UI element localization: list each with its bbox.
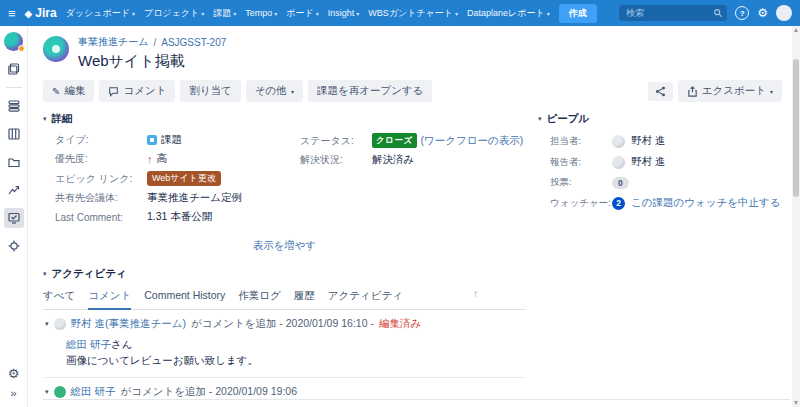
field-label: ステータス: <box>300 134 372 148</box>
share-icon <box>655 86 666 97</box>
field-label: タイプ: <box>55 133 147 147</box>
sidebar-bottom-group: ⚙ » <box>8 366 20 399</box>
export-button[interactable]: エクスポート ▾ <box>678 80 782 102</box>
issue-main: 事業推進チーム / ASJGSST-207 Webサイト掲載 ✎ 編集 コメント… <box>29 26 792 407</box>
nav-tempo[interactable]: Tempo▾ <box>245 8 277 18</box>
help-icon[interactable]: ? <box>735 6 749 20</box>
show-more-link[interactable]: 表示を増やす <box>253 239 317 251</box>
expand-sidebar-icon[interactable]: » <box>10 387 16 399</box>
tab-comments[interactable]: コメント <box>88 289 131 310</box>
comment-meta: がコメントを追加 - 2020/01/09 19:06 <box>120 385 297 399</box>
tab-comment-history[interactable]: Comment History <box>144 289 225 310</box>
reporter-avatar <box>612 156 625 169</box>
field-label: 解決状況: <box>300 153 372 167</box>
field-label: 報告者: <box>550 156 612 169</box>
nav-issues[interactable]: 課題▾ <box>213 7 236 20</box>
issue-left-column: ▾ 詳細 タイプ: 課題 優先度: ↑高 エピック リンク: Webサイト更改 <box>43 112 526 407</box>
watchers-badge[interactable]: 2 <box>612 197 625 210</box>
project-avatar[interactable] <box>4 32 23 51</box>
edit-button[interactable]: ✎ 編集 <box>43 80 94 102</box>
reopen-issue-button[interactable]: 課題を再オープンする <box>308 80 432 102</box>
comment-author-avatar <box>54 386 66 398</box>
scrollbar-down-arrow[interactable] <box>794 401 798 405</box>
sidebar-board-icon[interactable] <box>4 124 24 144</box>
vertical-scrollbar[interactable] <box>792 26 800 407</box>
tab-all[interactable]: すべて <box>43 289 75 310</box>
chevron-down-icon: ▾ <box>291 88 294 95</box>
activity-section: ▾ アクティビティ すべて コメント Comment History 作業ログ … <box>43 267 526 407</box>
votes-badge[interactable]: 0 <box>612 177 629 189</box>
scroll-to-top-icon[interactable]: ↑ <box>473 288 478 299</box>
details-grid: タイプ: 課題 優先度: ↑高 エピック リンク: Webサイト更改 共有先会議… <box>43 133 526 229</box>
comment-item: ▾ 総田 研子 がコメントを追加 - 2020/01/09 19:06 野村 進… <box>43 378 526 407</box>
sidebar-reports-icon[interactable] <box>4 180 24 200</box>
mention-link[interactable]: 総田 研子 <box>66 338 111 350</box>
tab-activity[interactable]: アクティビティ <box>328 289 403 310</box>
scrollbar-thumb[interactable] <box>793 59 799 197</box>
assign-button[interactable]: 割り当て <box>180 80 241 102</box>
show-more-row: 表示を増やす <box>43 239 526 253</box>
sidebar-issues-icon[interactable] <box>4 208 24 228</box>
issue-header: 事業推進チーム / ASJGSST-207 Webサイト掲載 <box>43 33 782 71</box>
comment-author-link[interactable]: 野村 進(事業推進チーム) <box>71 317 186 331</box>
view-workflow-link[interactable]: (ワークフローの表示) <box>421 134 524 148</box>
chevron-down-icon: ▾ <box>770 88 773 95</box>
project-avatar-badge <box>18 45 25 52</box>
nav-boards[interactable]: ボード▾ <box>286 7 318 20</box>
issue-type-icon <box>147 135 157 145</box>
more-button[interactable]: その他 ▾ <box>246 80 303 102</box>
sidebar-backlog-icon[interactable] <box>4 59 24 79</box>
stop-watching-link[interactable]: この課題のウォッチを中止する <box>631 196 780 210</box>
hamburger-icon[interactable]: ≡ <box>8 6 16 21</box>
sidebar-queues-icon[interactable] <box>4 96 24 116</box>
epic-link-badge[interactable]: Webサイト更改 <box>147 171 221 186</box>
sidebar-releases-icon[interactable] <box>4 152 24 172</box>
comment-author-link[interactable]: 総田 研子 <box>71 385 116 399</box>
comment-button[interactable]: コメント <box>99 80 175 102</box>
field-label: 優先度: <box>55 152 147 166</box>
breadcrumb-issue-key-link[interactable]: ASJGSST-207 <box>161 37 226 48</box>
assignee-avatar <box>612 135 625 148</box>
project-settings-gear-icon[interactable]: ⚙ <box>8 366 20 381</box>
field-resolution: 解決状況: 解決済み <box>300 153 526 167</box>
pencil-icon: ✎ <box>52 86 60 97</box>
collapse-icon[interactable]: ▾ <box>43 115 47 123</box>
search-input[interactable] <box>619 5 727 21</box>
share-button[interactable] <box>648 82 673 101</box>
collapse-icon[interactable]: ▾ <box>45 388 49 396</box>
assignee-name: 野村 進 <box>631 134 665 148</box>
nav-projects[interactable]: プロジェクト▾ <box>144 7 204 20</box>
sidebar-addons-icon[interactable] <box>4 236 24 256</box>
tab-worklog[interactable]: 作業ログ <box>238 289 281 310</box>
nav-dashboards[interactable]: ダッシュボード▾ <box>66 7 135 20</box>
field-votes: 投票: 0 <box>550 176 782 189</box>
details-section-header: ▾ 詳細 <box>43 112 526 126</box>
field-shared-meeting: 共有先会議体: 事業推進チーム定例 <box>55 191 300 205</box>
collapse-icon[interactable]: ▾ <box>43 270 47 278</box>
issue-right-column: ▾ ピープル 担当者: 野村 進 報告者: 野村 進 投票: 0 ウォッチャー: <box>526 112 782 407</box>
field-assignee: 担当者: 野村 進 <box>550 134 782 148</box>
field-type: タイプ: 課題 <box>55 133 300 147</box>
nav-wbs-gantt[interactable]: WBSガントチャート▾ <box>368 7 458 20</box>
field-reporter: 報告者: 野村 進 <box>550 155 782 169</box>
admin-gear-icon[interactable]: ⚙ <box>757 6 768 20</box>
field-label: エピック リンク: <box>55 172 147 186</box>
nav-insight[interactable]: Insight▾ <box>328 8 360 18</box>
comment-item: ▾ 野村 進(事業推進チーム) がコメントを追加 - 2020/01/09 16… <box>43 310 526 378</box>
field-status: ステータス: クローズ (ワークフローの表示) <box>300 133 526 148</box>
field-last-comment: Last Comment: 1.31 本番公開 <box>55 210 300 224</box>
breadcrumb-project-link[interactable]: 事業推進チーム <box>78 35 148 49</box>
reporter-name: 野村 進 <box>631 155 665 169</box>
chevron-down-icon: ▾ <box>201 10 204 17</box>
jira-logo-text: Jira <box>35 6 56 20</box>
user-avatar[interactable] <box>776 5 792 21</box>
jira-logo[interactable]: ◆ Jira <box>25 6 57 20</box>
nav-dataplane-reports[interactable]: Dataplaneレポート▾ <box>467 7 550 20</box>
scrollbar-up-arrow[interactable] <box>794 28 798 32</box>
collapse-icon[interactable]: ▾ <box>45 320 49 328</box>
chevron-down-icon: ▾ <box>316 10 319 17</box>
create-button[interactable]: 作成 <box>559 4 597 23</box>
field-epic-link: エピック リンク: Webサイト更改 <box>55 171 300 186</box>
collapse-icon[interactable]: ▾ <box>538 115 542 123</box>
tab-history[interactable]: 履歴 <box>294 289 315 310</box>
